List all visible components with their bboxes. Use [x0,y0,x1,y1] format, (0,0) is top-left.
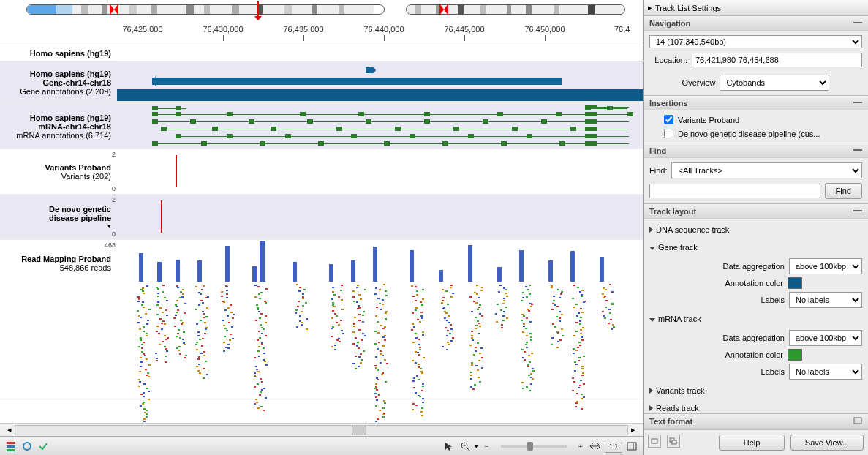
gene-aggregation-select[interactable]: above 100kbp [789,258,862,274]
track-count: Gene annotations (2,209) [6,87,111,96]
section-title[interactable]: Navigation [644,16,868,31]
overview-select[interactable]: Cytobands [720,75,829,91]
scroll-left-icon[interactable]: ◂ [7,425,12,435]
save-view-button[interactable]: Save View... [790,435,864,451]
section-title[interactable]: Insertions [644,96,868,110]
track-header: Homo sapiens (hg19) [0,45,643,61]
ruler-tick-label: 76,440,000 [363,25,404,34]
position-marker[interactable] [257,1,259,18]
track-title: Homo sapiens (hg19) [6,49,111,58]
minimize-icon[interactable] [853,22,862,24]
mrna-color-swatch[interactable] [788,349,802,361]
track-title: Read Mapping Proband [6,255,111,263]
help-button[interactable]: Help [719,435,785,451]
tracks-icon[interactable] [4,440,18,453]
track-variants[interactable]: 2 Variants Proband Variants (202) 0 [0,149,643,195]
track-count: mRNA annotations (6,714) [6,131,111,140]
location-label: Location: [649,56,687,64]
navigation-section: Navigation 14 (107,349,540bp) Location: … [644,16,868,96]
insertions-checkbox-2[interactable] [664,129,673,138]
gene-feature [152,78,562,85]
find-section: Find Find: <All Tracks> Find [644,143,868,204]
axis-min: 0 [112,185,116,192]
axis-max: 468 [105,241,116,249]
insertions-section: Insertions Variants Proband De novo gene… [644,96,868,143]
ideogram-area[interactable] [0,0,643,22]
panel-toggle-icon[interactable] [625,440,638,453]
ruler-tick-label: 76,445,000 [444,25,484,34]
track-mrna[interactable]: Homo sapiens (hg19) mRNA-chr14-chr18 mRN… [0,104,643,149]
history-fwd-icon[interactable] [667,435,680,448]
zoom-out-icon[interactable] [458,440,472,453]
variant-mark [161,200,162,233]
tracks-area: Homo sapiens (hg19) Homo sapiens (hg19) … [0,45,643,423]
track-denovo[interactable]: 2 De novo genetic disease pipeline ▾ 0 [0,195,643,240]
chromosome-select[interactable]: 14 (107,349,540bp) [649,35,862,48]
insertions-checkbox-1[interactable] [664,115,673,124]
check-icon[interactable] [37,440,50,453]
find-input[interactable] [649,184,820,198]
track-title: Homo sapiens (hg19) [6,113,111,122]
collapse-panel-icon[interactable]: ▸ [648,3,652,12]
scroll-thumb[interactable] [352,426,366,435]
horizontal-scrollbar[interactable]: ◂ ▸ [0,423,643,436]
location-input[interactable] [692,53,862,67]
track-reads[interactable]: 468 Read Mapping Proband 548,866 reads [0,240,643,399]
dropdown-arrow-icon[interactable]: ▾ [475,443,478,450]
checkbox-label: Variants Proband [678,116,739,124]
track-count: Variants (202) [6,172,111,181]
track-title: Homo sapiens (hg19) [6,69,111,78]
zoom-slider[interactable] [501,445,567,448]
checkbox-label: De novo genetic disease pipeline (cus... [678,129,820,138]
ratio-icon[interactable]: 1:1 [605,440,622,453]
expander-dna[interactable]: DNA sequence track [649,223,862,236]
centromere-icon [439,4,448,15]
history-back-icon[interactable] [648,435,661,448]
side-header-title: Track List Settings [655,4,721,12]
svg-line-5 [467,448,469,451]
find-track-select[interactable]: <All Tracks> [671,162,862,178]
svg-point-3 [23,443,31,450]
mrna-aggregation-select[interactable]: above 100kbp [789,330,862,346]
ruler[interactable]: 76,425,000 76,430,000 76,435,000 76,440,… [0,22,643,45]
svg-rect-12 [672,440,676,444]
ruler-tick-label: 76,450,000 [524,25,565,34]
expander-mrna[interactable]: mRNA track [649,312,862,326]
section-title[interactable]: Find [644,143,868,158]
section-title[interactable]: Track layout [644,204,868,219]
circle-icon[interactable] [20,440,34,453]
track-subtitle: disease pipeline [6,214,111,222]
expander-reads[interactable]: Reads track [649,402,862,414]
gene-color-swatch[interactable] [788,277,802,289]
fit-width-icon[interactable] [589,440,602,453]
track-title: De novo genetic [6,205,111,214]
scroll-right-icon[interactable]: ▸ [631,425,635,435]
svg-rect-2 [7,449,15,451]
mrna-labels-select[interactable]: No labels [789,364,862,380]
ideogram-chr-right[interactable] [406,4,625,15]
svg-rect-7 [627,443,636,450]
text-format-section: Text format [644,414,868,429]
find-button[interactable]: Find [825,183,862,199]
track-gene[interactable]: Homo sapiens (hg19) Gene-chr14-chr18 Gen… [0,61,643,104]
gene-labels-select[interactable]: No labels [789,292,862,308]
variant-mark [176,155,177,187]
expander-variants[interactable]: Variants track [649,384,862,397]
axis-min: 0 [112,230,116,238]
track-layout-section: Track layout DNA sequence track Gene tra… [644,204,868,414]
track-count: 548,866 reads [6,263,111,272]
genome-browser-main: 76,425,000 76,430,000 76,435,000 76,440,… [0,0,644,455]
side-panel-header: ▸ Track List Settings [644,0,868,16]
restore-icon[interactable] [853,417,862,426]
ideogram-chr-left[interactable] [26,4,385,15]
expander-gene[interactable]: Gene track [649,241,862,254]
minimize-icon[interactable] [853,210,862,212]
minimize-icon[interactable] [853,102,862,104]
section-title[interactable]: Text format [644,414,868,429]
pointer-icon[interactable] [442,440,456,453]
side-panel: ▸ Track List Settings Navigation 14 (107… [644,0,868,455]
scroll-track[interactable] [15,425,628,435]
zoom-slider-thumb[interactable] [527,442,533,451]
expand-arrow-icon[interactable]: ▾ [6,222,111,230]
minimize-icon[interactable] [853,149,862,151]
